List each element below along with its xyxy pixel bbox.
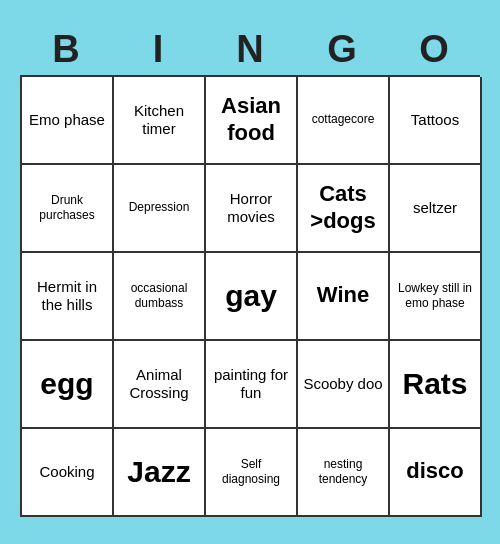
bingo-cell-10[interactable]: Hermit in the hills xyxy=(22,253,114,341)
bingo-cell-0[interactable]: Emo phase xyxy=(22,77,114,165)
cell-text-18: Scooby doo xyxy=(303,375,382,393)
bingo-card: B I N G O Emo phaseKitchen timerAsian fo… xyxy=(10,18,490,527)
header-b: B xyxy=(22,28,110,71)
bingo-cell-3[interactable]: cottagecore xyxy=(298,77,390,165)
cell-text-13: Wine xyxy=(317,282,369,308)
bingo-cell-17[interactable]: painting for fun xyxy=(206,341,298,429)
bingo-grid: Emo phaseKitchen timerAsian foodcottagec… xyxy=(20,75,480,517)
bingo-cell-20[interactable]: Cooking xyxy=(22,429,114,517)
cell-text-15: egg xyxy=(40,366,93,402)
cell-text-22: Self diagnosing xyxy=(210,457,292,486)
cell-text-4: Tattoos xyxy=(411,111,459,129)
cell-text-6: Depression xyxy=(129,200,190,214)
bingo-cell-14[interactable]: Lowkey still in emo phase xyxy=(390,253,482,341)
bingo-cell-2[interactable]: Asian food xyxy=(206,77,298,165)
header-o: O xyxy=(390,28,478,71)
bingo-cell-6[interactable]: Depression xyxy=(114,165,206,253)
cell-text-9: seltzer xyxy=(413,199,457,217)
cell-text-19: Rats xyxy=(402,366,467,402)
bingo-cell-9[interactable]: seltzer xyxy=(390,165,482,253)
cell-text-14: Lowkey still in emo phase xyxy=(394,281,476,310)
cell-text-16: Animal Crossing xyxy=(118,366,200,402)
cell-text-1: Kitchen timer xyxy=(118,102,200,138)
cell-text-24: disco xyxy=(406,458,463,484)
cell-text-12: gay xyxy=(225,278,277,314)
cell-text-10: Hermit in the hills xyxy=(26,278,108,314)
cell-text-8: Cats >dogs xyxy=(302,181,384,234)
cell-text-2: Asian food xyxy=(210,93,292,146)
bingo-header: B I N G O xyxy=(20,28,480,71)
bingo-cell-22[interactable]: Self diagnosing xyxy=(206,429,298,517)
cell-text-3: cottagecore xyxy=(312,112,375,126)
header-g: G xyxy=(298,28,386,71)
bingo-cell-15[interactable]: egg xyxy=(22,341,114,429)
bingo-cell-23[interactable]: nesting tendency xyxy=(298,429,390,517)
cell-text-5: Drunk purchases xyxy=(26,193,108,222)
bingo-cell-7[interactable]: Horror movies xyxy=(206,165,298,253)
bingo-cell-19[interactable]: Rats xyxy=(390,341,482,429)
bingo-cell-18[interactable]: Scooby doo xyxy=(298,341,390,429)
cell-text-0: Emo phase xyxy=(29,111,105,129)
bingo-cell-12[interactable]: gay xyxy=(206,253,298,341)
bingo-cell-13[interactable]: Wine xyxy=(298,253,390,341)
bingo-cell-24[interactable]: disco xyxy=(390,429,482,517)
bingo-cell-11[interactable]: occasional dumbass xyxy=(114,253,206,341)
bingo-cell-8[interactable]: Cats >dogs xyxy=(298,165,390,253)
bingo-cell-1[interactable]: Kitchen timer xyxy=(114,77,206,165)
bingo-cell-4[interactable]: Tattoos xyxy=(390,77,482,165)
bingo-cell-5[interactable]: Drunk purchases xyxy=(22,165,114,253)
cell-text-20: Cooking xyxy=(39,463,94,481)
cell-text-7: Horror movies xyxy=(210,190,292,226)
header-i: I xyxy=(114,28,202,71)
cell-text-17: painting for fun xyxy=(210,366,292,402)
bingo-cell-16[interactable]: Animal Crossing xyxy=(114,341,206,429)
cell-text-23: nesting tendency xyxy=(302,457,384,486)
cell-text-21: Jazz xyxy=(127,454,190,490)
cell-text-11: occasional dumbass xyxy=(118,281,200,310)
header-n: N xyxy=(206,28,294,71)
bingo-cell-21[interactable]: Jazz xyxy=(114,429,206,517)
